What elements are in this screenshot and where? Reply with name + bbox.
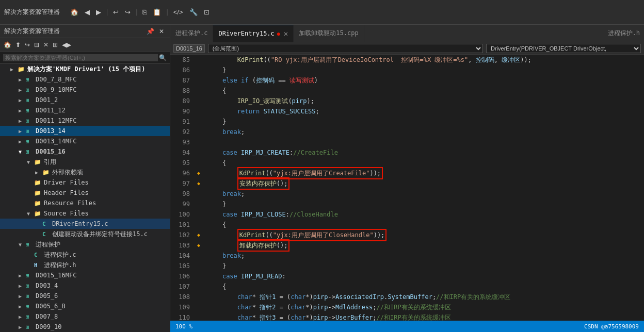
back-btn[interactable]: ◀ (83, 7, 92, 17)
proj-icon: ⊞ (26, 138, 34, 145)
arr: ▶ (19, 293, 26, 299)
item-label: 进程保护 (36, 240, 168, 249)
editor-toolbar: D0015_16 (全局范围) DriverEntry(PDRIVER_OBJE… (170, 42, 644, 55)
item-label: D0015_16MFC (36, 272, 168, 279)
sidebar-item-d0011_12mfc[interactable]: ▶ ⊞ D0011_12MFC (0, 115, 170, 126)
arr: ▶ (19, 273, 26, 278)
sidebar-item-references[interactable]: ▼ 📁 引用 (0, 157, 170, 167)
folder-icon: 📁 (42, 169, 51, 176)
sidebar-item-d0011_12[interactable]: ▶ ⊞ D0011_12 (0, 105, 170, 115)
arr (27, 190, 34, 196)
home-btn[interactable]: 🏠 (68, 7, 81, 17)
toolbar-btn7[interactable]: ◀▶ (60, 41, 73, 49)
proj-icon: ⊞ (26, 128, 34, 135)
item-label: Driver Files (44, 179, 168, 186)
sidebar-item-d0013_14[interactable]: ▶ ⊞ D0013_14 (0, 126, 170, 136)
code-line-102: KdPrint(("yjx:用户层调用了CloseHandle")); (207, 230, 644, 240)
solution-arrow: ▶ (10, 67, 18, 72)
arr (27, 262, 34, 268)
forward-btn[interactable]: ▶ (94, 7, 103, 17)
paste-btn[interactable]: 📋 (151, 7, 163, 17)
arr: ▼ (19, 149, 26, 155)
arr: ▶ (19, 283, 26, 289)
breadcrumb-btn[interactable]: D0015_16 (173, 44, 205, 53)
sidebar-item-resource-files[interactable]: 📁 Resource Files (0, 198, 170, 208)
item-label: 创建驱动设备并绑定符号链接15.c (52, 230, 168, 239)
arr: ▼ (27, 159, 34, 165)
toolbar-btn4[interactable]: ⊟ (33, 41, 41, 49)
sidebar-item-source-files[interactable]: ▼ 📁 Source Files (0, 208, 170, 219)
sidebar-item-driver-files[interactable]: 📁 Driver Files (0, 177, 170, 188)
redo-btn[interactable]: ↪ (123, 7, 133, 17)
code-line-108: char* 指针1 = (char*)pirp->AssociatedIrp.S… (207, 292, 644, 302)
main-layout: 解决方案资源管理器 📌 ✕ 🏠 ⬆ ↪ ⊟ ✕ ⊞ ◀▶ 🔍 ▶ 📁 (0, 25, 644, 332)
sidebar-item-drivertentry15[interactable]: C DRiverEntry15.c (0, 219, 170, 229)
sidebar-item-d0013_14mfc[interactable]: ▶ ⊞ D0013_14MFC (0, 136, 170, 146)
code-btn[interactable]: </> (171, 7, 185, 17)
tab-close-drivertentry15[interactable]: ✕ (284, 29, 288, 38)
code-line-104: break; (207, 251, 644, 261)
scope-select[interactable]: (全局范围) (208, 44, 483, 53)
toolbar-btn3[interactable]: ↪ (23, 41, 31, 49)
pin-btn[interactable]: 📌 (145, 27, 156, 36)
sidebar-item-d009_10[interactable]: ▶ ⊞ D009_10 (0, 322, 170, 332)
code-line-90: return STATUS_SUCCESS; (207, 106, 644, 117)
code-editor[interactable]: 85 86 87 88 89 90 91 92 93 94 95 96 97 9… (170, 55, 644, 321)
proj-icon: ⊞ (26, 272, 34, 279)
item-label: Resource Files (44, 200, 168, 207)
undo-btn[interactable]: ↩ (111, 7, 121, 17)
search-input[interactable] (3, 54, 158, 61)
code-line-86: } (207, 65, 644, 75)
code-line-107: { (207, 281, 644, 292)
toolbar-btn6[interactable]: ⊞ (51, 41, 59, 49)
code-line-91: } (207, 117, 644, 127)
proj-icon: ⊞ (26, 107, 34, 114)
sidebar-item-jincheng[interactable]: ▼ ⊞ 进程保护 (0, 239, 170, 250)
sidebar-item-external[interactable]: ▶ 📁 外部依赖项 (0, 167, 170, 177)
watermark: CSDN @a756598009 (584, 323, 639, 330)
tab-bar: 进程保护.c DRiverEntry15.c ● ✕ 加载卸载驱动15.cpp … (170, 25, 644, 42)
toolbar-btn2[interactable]: ⬆ (14, 41, 22, 49)
tab-dot: ● (277, 31, 280, 37)
sidebar-item-d005_6[interactable]: ▶ ⊞ D005_6 (0, 291, 170, 301)
tab-jincheng-baohu[interactable]: 进程保护.c (170, 25, 213, 42)
function-select[interactable]: DriverEntry(PDRIVER_OBJECT DriverObject, (486, 44, 641, 53)
arr: ▶ (19, 77, 26, 82)
sidebar-item-create-device[interactable]: C 创建驱动设备并绑定符号链接15.c (0, 229, 170, 239)
arr: ▼ (19, 242, 26, 247)
tab-drivertentry15[interactable]: DRiverEntry15.c ● ✕ (213, 25, 294, 42)
tab-jiazai[interactable]: 加载卸载驱动15.cpp (294, 25, 364, 42)
sidebar-item-d003_4[interactable]: ▶ ⊞ D003_4 (0, 280, 170, 291)
sidebar-item-d0015_16[interactable]: ▼ ⊞ D0015_16 (0, 146, 170, 157)
code-line-106: case IRP_MJ_READ: (207, 271, 644, 281)
sidebar-item-d0015_16mfc[interactable]: ▶ ⊞ D0015_16MFC (0, 270, 170, 280)
window-btn[interactable]: ⊡ (202, 7, 212, 17)
new-solution-btn[interactable]: 🏠 (2, 41, 13, 49)
sidebar-item-d007_8[interactable]: ▶ ⊞ D007_8 (0, 311, 170, 322)
code-line-92: break; (207, 127, 644, 137)
sidebar-item-d001_2[interactable]: ▶ ⊞ D001_2 (0, 95, 170, 105)
folder-icon: 📁 (34, 210, 42, 217)
item-label: D0013_14MFC (36, 138, 168, 145)
sidebar-item-jincheng-c[interactable]: C 进程保护.c (0, 250, 170, 260)
toolbar-btn5[interactable]: ✕ (42, 41, 50, 49)
sidebar-tree: ▶ 📁 解决方案'KMDF Driver1' (15 个项目) ▶ ⊞ D00_… (0, 64, 170, 332)
item-label: D0015_16 (36, 148, 168, 155)
code-line-95: { (207, 158, 644, 168)
sidebar-item-solution[interactable]: ▶ 📁 解决方案'KMDF Driver1' (15 个项目) (0, 64, 170, 74)
sidebar-header: 解决方案资源管理器 📌 ✕ (0, 25, 170, 38)
copy-btn[interactable]: ⎘ (140, 7, 149, 17)
sidebar-item-d00_7_8_mfc[interactable]: ▶ ⊞ D00_7_8_MFC (0, 74, 170, 85)
sidebar-item-jincheng-h[interactable]: H 进程保护.h (0, 260, 170, 270)
sidebar-item-d005_6b[interactable]: ▶ ⊞ D005_6_B (0, 301, 170, 311)
tab-label: 加载卸载驱动15.cpp (299, 29, 358, 38)
arr: ▶ (19, 97, 26, 103)
sidebar-item-header-files[interactable]: 📁 Header Files (0, 188, 170, 198)
close-sidebar-btn[interactable]: ✕ (157, 27, 166, 36)
item-label: D001_2 (36, 96, 168, 104)
sidebar-item-d00_9_10mfc[interactable]: ▶ ⊞ D00_9_10MFC (0, 85, 170, 95)
item-label: 进程保护.h (44, 261, 168, 270)
settings-btn[interactable]: 🔧 (187, 7, 200, 17)
sidebar-toolbar: 🏠 ⬆ ↪ ⊟ ✕ ⊞ ◀▶ (0, 38, 170, 52)
code-line-97: 安装内存保护(); (207, 178, 644, 189)
